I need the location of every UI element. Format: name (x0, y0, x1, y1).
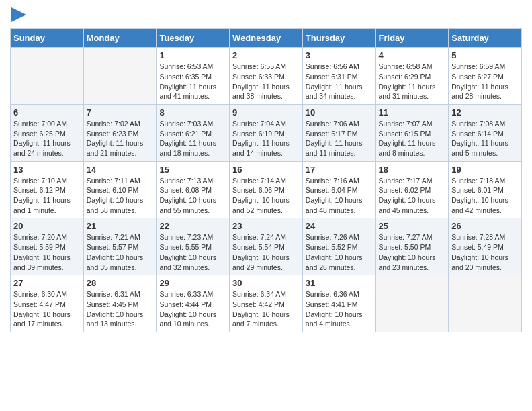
calendar-cell: 18Sunrise: 7:17 AM Sunset: 6:02 PM Dayli… (375, 161, 449, 218)
day-number: 21 (87, 221, 154, 231)
svg-marker-0 (11, 7, 26, 22)
calendar-cell: 10Sunrise: 7:06 AM Sunset: 6:17 PM Dayli… (302, 104, 375, 161)
day-number: 16 (232, 165, 300, 175)
day-number: 27 (13, 278, 81, 288)
day-number: 6 (13, 107, 81, 118)
day-number: 2 (232, 50, 300, 60)
day-number: 12 (451, 107, 519, 118)
day-info: Sunrise: 7:14 AM Sunset: 6:06 PM Dayligh… (232, 176, 300, 216)
day-info: Sunrise: 7:13 AM Sunset: 6:08 PM Dayligh… (159, 176, 226, 216)
calendar-cell: 30Sunrise: 6:34 AM Sunset: 4:42 PM Dayli… (230, 275, 303, 332)
calendar-cell: 21Sunrise: 7:21 AM Sunset: 5:57 PM Dayli… (83, 218, 157, 275)
day-info: Sunrise: 7:11 AM Sunset: 6:10 PM Dayligh… (87, 176, 154, 216)
day-header: Tuesday (157, 29, 230, 48)
day-header: Wednesday (230, 29, 303, 48)
day-info: Sunrise: 6:31 AM Sunset: 4:45 PM Dayligh… (87, 289, 154, 329)
day-info: Sunrise: 7:16 AM Sunset: 6:04 PM Dayligh… (306, 176, 373, 216)
day-header: Monday (83, 29, 157, 48)
calendar-header-row: SundayMondayTuesdayWednesdayThursdayFrid… (11, 29, 522, 48)
day-info: Sunrise: 7:20 AM Sunset: 5:59 PM Dayligh… (13, 232, 81, 272)
day-info: Sunrise: 7:27 AM Sunset: 5:50 PM Dayligh… (379, 232, 446, 272)
calendar-cell: 12Sunrise: 7:08 AM Sunset: 6:14 PM Dayli… (449, 104, 522, 161)
day-info: Sunrise: 6:36 AM Sunset: 4:41 PM Dayligh… (306, 289, 373, 329)
day-number: 25 (379, 221, 446, 231)
calendar-week-row: 20Sunrise: 7:20 AM Sunset: 5:59 PM Dayli… (11, 218, 522, 275)
day-info: Sunrise: 7:08 AM Sunset: 6:14 PM Dayligh… (451, 119, 519, 158)
day-info: Sunrise: 7:18 AM Sunset: 6:01 PM Dayligh… (451, 176, 519, 216)
day-number: 13 (13, 165, 81, 175)
day-info: Sunrise: 7:10 AM Sunset: 6:12 PM Dayligh… (13, 176, 81, 216)
calendar-cell: 3Sunrise: 6:56 AM Sunset: 6:31 PM Daylig… (302, 48, 375, 105)
day-number: 7 (87, 107, 154, 118)
calendar-cell (449, 275, 522, 332)
day-info: Sunrise: 6:34 AM Sunset: 4:42 PM Dayligh… (232, 289, 300, 329)
calendar-week-row: 27Sunrise: 6:30 AM Sunset: 4:47 PM Dayli… (11, 275, 522, 332)
logo (10, 7, 26, 23)
day-info: Sunrise: 6:30 AM Sunset: 4:47 PM Dayligh… (13, 289, 81, 329)
calendar-cell: 17Sunrise: 7:16 AM Sunset: 6:04 PM Dayli… (302, 161, 375, 218)
day-header: Thursday (302, 29, 375, 48)
calendar-cell: 31Sunrise: 6:36 AM Sunset: 4:41 PM Dayli… (302, 275, 375, 332)
day-number: 1 (159, 50, 226, 60)
page-header (10, 7, 522, 23)
logo-icon (11, 7, 26, 22)
calendar-cell (375, 275, 449, 332)
calendar-cell (11, 48, 84, 105)
day-number: 3 (306, 50, 373, 60)
day-number: 18 (379, 165, 446, 175)
day-info: Sunrise: 7:21 AM Sunset: 5:57 PM Dayligh… (87, 232, 154, 272)
day-number: 30 (232, 278, 300, 288)
day-info: Sunrise: 7:28 AM Sunset: 5:49 PM Dayligh… (451, 232, 519, 272)
day-number: 28 (87, 278, 154, 288)
calendar-cell: 22Sunrise: 7:23 AM Sunset: 5:55 PM Dayli… (157, 218, 230, 275)
calendar-cell: 14Sunrise: 7:11 AM Sunset: 6:10 PM Dayli… (83, 161, 157, 218)
calendar-week-row: 1Sunrise: 6:53 AM Sunset: 6:35 PM Daylig… (11, 48, 522, 105)
day-header: Sunday (11, 29, 84, 48)
calendar-cell: 24Sunrise: 7:26 AM Sunset: 5:52 PM Dayli… (302, 218, 375, 275)
calendar-week-row: 6Sunrise: 7:00 AM Sunset: 6:25 PM Daylig… (11, 104, 522, 161)
calendar-cell: 15Sunrise: 7:13 AM Sunset: 6:08 PM Dayli… (157, 161, 230, 218)
calendar-body: 1Sunrise: 6:53 AM Sunset: 6:35 PM Daylig… (11, 48, 522, 332)
day-number: 24 (306, 221, 373, 231)
day-info: Sunrise: 6:55 AM Sunset: 6:33 PM Dayligh… (232, 62, 300, 101)
day-info: Sunrise: 7:06 AM Sunset: 6:17 PM Dayligh… (306, 119, 373, 158)
calendar-cell: 2Sunrise: 6:55 AM Sunset: 6:33 PM Daylig… (230, 48, 303, 105)
calendar-week-row: 13Sunrise: 7:10 AM Sunset: 6:12 PM Dayli… (11, 161, 522, 218)
day-number: 26 (451, 221, 519, 231)
calendar-cell: 4Sunrise: 6:58 AM Sunset: 6:29 PM Daylig… (375, 48, 449, 105)
calendar-cell: 23Sunrise: 7:24 AM Sunset: 5:54 PM Dayli… (230, 218, 303, 275)
day-number: 8 (159, 107, 226, 118)
day-info: Sunrise: 6:53 AM Sunset: 6:35 PM Dayligh… (159, 62, 226, 101)
calendar-cell: 26Sunrise: 7:28 AM Sunset: 5:49 PM Dayli… (449, 218, 522, 275)
day-info: Sunrise: 7:17 AM Sunset: 6:02 PM Dayligh… (379, 176, 446, 216)
day-number: 15 (159, 165, 226, 175)
calendar-cell: 5Sunrise: 6:59 AM Sunset: 6:27 PM Daylig… (449, 48, 522, 105)
day-info: Sunrise: 7:00 AM Sunset: 6:25 PM Dayligh… (13, 119, 81, 158)
day-number: 11 (379, 107, 446, 118)
calendar-cell: 19Sunrise: 7:18 AM Sunset: 6:01 PM Dayli… (449, 161, 522, 218)
calendar-table: SundayMondayTuesdayWednesdayThursdayFrid… (10, 28, 522, 332)
day-info: Sunrise: 6:59 AM Sunset: 6:27 PM Dayligh… (451, 62, 519, 101)
day-number: 20 (13, 221, 81, 231)
day-number: 17 (306, 165, 373, 175)
calendar-cell: 9Sunrise: 7:04 AM Sunset: 6:19 PM Daylig… (230, 104, 303, 161)
day-info: Sunrise: 6:58 AM Sunset: 6:29 PM Dayligh… (379, 62, 446, 101)
day-info: Sunrise: 7:04 AM Sunset: 6:19 PM Dayligh… (232, 119, 300, 158)
day-info: Sunrise: 6:56 AM Sunset: 6:31 PM Dayligh… (306, 62, 373, 101)
calendar-cell: 29Sunrise: 6:33 AM Sunset: 4:44 PM Dayli… (157, 275, 230, 332)
day-number: 5 (451, 50, 519, 60)
calendar-cell (83, 48, 157, 105)
day-number: 23 (232, 221, 300, 231)
day-number: 29 (159, 278, 226, 288)
calendar-cell: 7Sunrise: 7:02 AM Sunset: 6:23 PM Daylig… (83, 104, 157, 161)
day-info: Sunrise: 7:24 AM Sunset: 5:54 PM Dayligh… (232, 232, 300, 272)
calendar-cell: 13Sunrise: 7:10 AM Sunset: 6:12 PM Dayli… (11, 161, 84, 218)
day-info: Sunrise: 7:07 AM Sunset: 6:15 PM Dayligh… (379, 119, 446, 158)
day-number: 9 (232, 107, 300, 118)
day-number: 19 (451, 165, 519, 175)
calendar-cell: 16Sunrise: 7:14 AM Sunset: 6:06 PM Dayli… (230, 161, 303, 218)
day-header: Saturday (449, 29, 522, 48)
calendar-cell: 1Sunrise: 6:53 AM Sunset: 6:35 PM Daylig… (157, 48, 230, 105)
calendar-cell: 11Sunrise: 7:07 AM Sunset: 6:15 PM Dayli… (375, 104, 449, 161)
calendar-cell: 6Sunrise: 7:00 AM Sunset: 6:25 PM Daylig… (11, 104, 84, 161)
